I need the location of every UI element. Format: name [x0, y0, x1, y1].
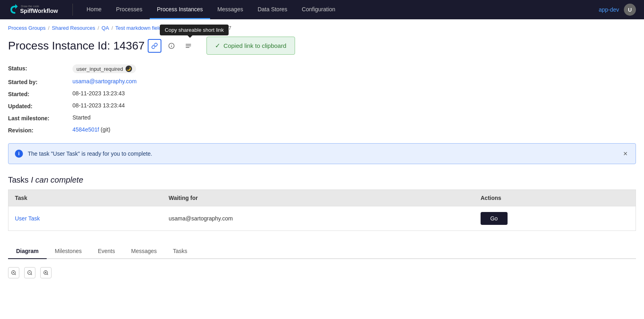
app-logo[interactable]: Draw the code SpiffWorkflow [8, 2, 64, 17]
started-value: 08-11-2023 13:23:43 [72, 90, 250, 97]
started-by-value: usama@sartography.com [72, 78, 250, 85]
nav-messages[interactable]: Messages [210, 0, 250, 19]
svg-point-17 [45, 272, 46, 273]
svg-line-9 [15, 274, 16, 275]
zoom-in-button[interactable] [8, 267, 19, 278]
avatar[interactable]: U [624, 4, 636, 16]
nav-data-stores[interactable]: Data Stores [250, 0, 295, 19]
last-milestone-value: Started [72, 114, 250, 121]
tab-tasks[interactable]: Tasks [165, 244, 196, 259]
breadcrumb-sep-1: / [48, 25, 50, 31]
status-value: user_input_required 🌙 [72, 64, 250, 73]
alert-close-button[interactable]: × [621, 149, 629, 158]
started-by-label: Started by: [8, 78, 72, 85]
title-row: Process Instance Id: 14367 Copy shareabl… [8, 37, 636, 55]
zoom-controls [8, 267, 636, 278]
breadcrumb-shared-resources[interactable]: Shared Resources [52, 25, 95, 31]
svg-point-15 [44, 271, 47, 274]
zoom-out-button[interactable] [24, 267, 35, 278]
clipboard-toast-message: Copied link to clipboard [223, 42, 286, 49]
alert-text: The task "User Task" is ready for you to… [28, 150, 617, 157]
zoom-reset-button[interactable] [40, 267, 52, 278]
info-button[interactable] [165, 39, 178, 53]
tab-events[interactable]: Events [90, 244, 123, 259]
waiting-for-cell: usama@sartography.com [162, 206, 474, 231]
nav-processes[interactable]: Processes [109, 0, 149, 19]
last-milestone-label: Last milestone: [8, 114, 72, 121]
status-moon-icon: 🌙 [126, 66, 132, 72]
svg-text:Draw the code: Draw the code [21, 5, 39, 8]
started-by-email[interactable]: usama@sartography.com [72, 78, 136, 84]
breadcrumb-qa[interactable]: QA [101, 25, 109, 31]
details-button[interactable] [182, 39, 195, 53]
revision-link[interactable]: 4584e501f [72, 126, 99, 133]
username-label: app-dev [599, 6, 619, 13]
updated-label: Updated: [8, 102, 72, 109]
nav-home[interactable]: Home [79, 0, 109, 19]
breadcrumb: Process Groups / Shared Resources / QA /… [0, 19, 644, 37]
breadcrumb-test-markdown[interactable]: Test markdown field [116, 25, 162, 31]
go-button[interactable]: Go [481, 212, 508, 225]
revision-value: 4584e501f (git) [72, 126, 250, 134]
revision-git-label: (git) [101, 126, 110, 133]
status-badge: user_input_required 🌙 [72, 64, 136, 73]
breadcrumb-sep-2: / [98, 25, 99, 31]
main-content: Process Instance Id: 14367 Copy shareabl… [0, 37, 644, 286]
tabs-bar: Diagram Milestones Events Messages Tasks [8, 244, 636, 259]
table-row: User Task usama@sartography.com Go [8, 206, 636, 231]
navbar: Draw the code SpiffWorkflow Home Process… [0, 0, 644, 19]
task-name-cell: User Task [8, 206, 162, 231]
tab-diagram[interactable]: Diagram [8, 244, 47, 259]
nav-process-instances[interactable]: Process Instances [150, 0, 210, 19]
alert-box: i The task "User Task" is ready for you … [8, 143, 636, 164]
copy-shareable-link-button[interactable] [148, 39, 161, 53]
tasks-table-header-row: Task Waiting for Actions [8, 190, 636, 206]
tab-milestones[interactable]: Milestones [47, 244, 90, 259]
revision-label: Revision: [8, 126, 72, 134]
clipboard-check-icon: ✓ [215, 42, 220, 49]
svg-line-16 [47, 274, 48, 275]
navbar-right: app-dev U [599, 4, 636, 16]
nav-configuration[interactable]: Configuration [295, 0, 343, 19]
task-link[interactable]: User Task [15, 215, 40, 222]
alert-info-icon: i [15, 150, 23, 158]
svg-text:SpiffWorkflow: SpiffWorkflow [20, 8, 58, 14]
breadcrumb-sep-3: / [111, 25, 113, 31]
clipboard-toast: ✓ Copied link to clipboard [206, 37, 295, 55]
col-waiting-for: Waiting for [162, 190, 474, 206]
col-actions: Actions [474, 190, 636, 206]
updated-value: 08-11-2023 13:23:44 [72, 102, 250, 109]
page-title: Process Instance Id: 14367 [8, 39, 144, 52]
tooltip-popup: Copy shareable short link [160, 25, 229, 35]
nav-links: Home Processes Process Instances Message… [79, 0, 599, 19]
tab-messages[interactable]: Messages [123, 244, 165, 259]
status-label: Status: [8, 64, 72, 73]
svg-line-13 [31, 274, 32, 275]
breadcrumb-process-groups[interactable]: Process Groups [8, 25, 45, 31]
tasks-table: Task Waiting for Actions User Task usama… [8, 189, 636, 231]
tasks-section-title: Tasks I can complete [8, 175, 636, 185]
copy-link-container: Copy shareable short link [148, 39, 161, 53]
nav-divider [72, 4, 73, 16]
instance-details: Status: user_input_required 🌙 Started by… [8, 64, 250, 134]
actions-cell: Go [474, 206, 636, 231]
col-task: Task [8, 190, 162, 206]
status-text: user_input_required [76, 66, 123, 72]
started-label: Started: [8, 90, 72, 97]
